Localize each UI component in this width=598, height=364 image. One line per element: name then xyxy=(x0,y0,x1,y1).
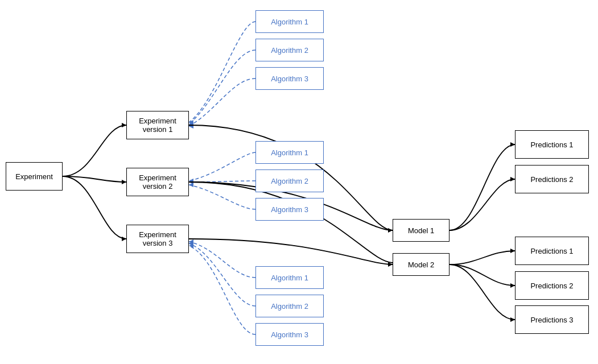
experiment-node: Experiment xyxy=(6,162,63,191)
alg2-group3-node: Algorithm 2 xyxy=(255,295,324,317)
alg2-group2-node: Algorithm 2 xyxy=(255,169,324,192)
alg3-group2-node: Algorithm 3 xyxy=(255,198,324,221)
svg-marker-14 xyxy=(510,142,515,147)
svg-marker-8 xyxy=(189,183,193,187)
alg2-group1-node: Algorithm 2 xyxy=(255,39,324,61)
svg-marker-17 xyxy=(510,283,515,288)
alg1-group2-node: Algorithm 1 xyxy=(255,141,324,164)
svg-marker-1 xyxy=(122,180,126,184)
predictions3-model2-node: Predictions 3 xyxy=(515,305,589,334)
alg3-group1-node: Algorithm 3 xyxy=(255,67,324,90)
svg-marker-15 xyxy=(510,177,515,181)
svg-marker-12 xyxy=(388,228,393,233)
model1-node: Model 1 xyxy=(393,219,449,242)
alg1-group3-node: Algorithm 1 xyxy=(255,266,324,289)
alg3-group3-node: Algorithm 3 xyxy=(255,323,324,346)
predictions2-model2-node: Predictions 2 xyxy=(515,271,589,300)
svg-marker-16 xyxy=(510,249,515,253)
svg-marker-18 xyxy=(510,317,515,322)
exp-version-3-node: Experiment version 3 xyxy=(126,225,189,253)
model2-node: Model 2 xyxy=(393,253,449,276)
exp-version-1-node: Experiment version 1 xyxy=(126,111,189,139)
svg-marker-2 xyxy=(122,237,126,241)
predictions1-model1-node: Predictions 1 xyxy=(515,130,589,159)
predictions2-model1-node: Predictions 2 xyxy=(515,165,589,193)
predictions1-model2-node: Predictions 1 xyxy=(515,237,589,265)
svg-marker-0 xyxy=(122,123,126,127)
alg1-group1-node: Algorithm 1 xyxy=(255,10,324,33)
exp-version-2-node: Experiment version 2 xyxy=(126,168,189,196)
